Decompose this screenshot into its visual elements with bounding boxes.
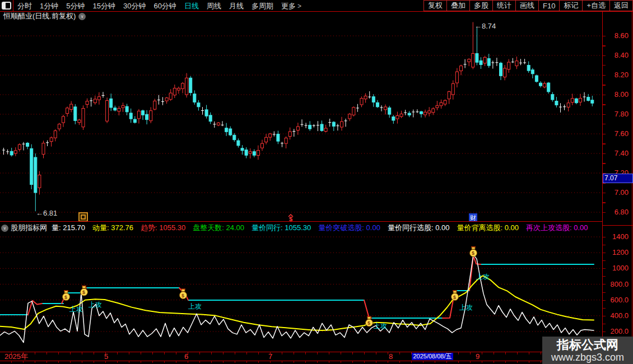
current-date-badge: 2025/08/08/五 bbox=[412, 353, 453, 360]
indicator-field: 盘整天数: 24.00 bbox=[193, 223, 244, 233]
indicator-field-value: 0.00 bbox=[574, 223, 588, 232]
main-candlestick-chart[interactable]: ←8.74←6.81$财 bbox=[0, 21, 602, 221]
indicator-field-label: 量价背离选股: bbox=[457, 223, 502, 232]
page-title: 恒顺醋业(日线.前复权) bbox=[3, 11, 76, 21]
period-menu: 分时1分钟5分钟15分钟30分钟60分钟日线周线月线多周期更多> bbox=[13, 1, 301, 11]
time-axis-ticks bbox=[0, 352, 602, 354]
price-axis-label: 7.60 bbox=[615, 130, 629, 138]
high-price-annotation: ←8.74 bbox=[474, 22, 496, 30]
price-axis: 8.608.408.208.007.807.607.407.207.006.80 bbox=[603, 21, 633, 221]
cai-marker-icon: 财 bbox=[469, 213, 477, 221]
indicator-field-label: 盘整天数: bbox=[193, 223, 224, 232]
indicator-field: 量价同行: 1055.30 bbox=[252, 223, 311, 233]
chart-title-bar: 恒顺醋业(日线.前复权) ∨ bbox=[3, 12, 86, 21]
indicator-axis-label: 1000 bbox=[612, 264, 629, 272]
indicator-field-value: 24.00 bbox=[226, 223, 245, 232]
period-tab-5[interactable]: 30分钟 bbox=[123, 1, 146, 11]
period-tab-7[interactable]: 日线 bbox=[184, 1, 199, 11]
period-tab-4[interactable]: 15分钟 bbox=[92, 1, 115, 11]
indicator-field-value: 215.70 bbox=[63, 223, 85, 232]
toolbar-button-2[interactable]: 叠加 bbox=[447, 0, 470, 11]
money-bag-glyph: $ bbox=[181, 293, 184, 298]
money-bag-glyph: $ bbox=[82, 290, 85, 295]
indicator-field-value: 0.00 bbox=[435, 223, 449, 232]
indicator-field-label: 量: bbox=[52, 223, 61, 232]
indicator-field-value: 372.76 bbox=[111, 223, 133, 232]
dollar-marker-icon: $ bbox=[288, 214, 293, 221]
top-toolbar: 分时1分钟5分钟15分钟30分钟60分钟日线周线月线多周期更多> 复权叠加多股统… bbox=[0, 0, 633, 12]
cai-marker-glyph: 财 bbox=[470, 214, 476, 221]
bottom-row-ticks bbox=[0, 361, 602, 363]
period-tab-10[interactable]: 多周期 bbox=[252, 1, 273, 11]
money-bag-icon: $ bbox=[452, 291, 459, 301]
indicator-field-value: 1055.30 bbox=[159, 223, 185, 232]
toolbar-button-6[interactable]: F10 bbox=[539, 0, 560, 11]
attack-label: 上攻 bbox=[374, 322, 387, 330]
window-layout-button[interactable] bbox=[0, 0, 13, 11]
price-axis-label: 8.60 bbox=[615, 32, 629, 40]
toolbar-button-4[interactable]: 统计 bbox=[493, 0, 516, 11]
indicator-axis-label: 400.0 bbox=[610, 312, 629, 320]
money-bag-glyph: $ bbox=[472, 250, 474, 256]
indicator-field: 再次上攻选股: 0.00 bbox=[526, 223, 588, 233]
indicator-field-value: 1055.30 bbox=[285, 223, 311, 232]
period-tab-2[interactable]: 1分钟 bbox=[40, 1, 58, 11]
period-tab-11[interactable]: 更多 bbox=[281, 1, 296, 11]
money-bag-glyph: $ bbox=[453, 295, 456, 300]
indicator-field-value: 0.00 bbox=[505, 223, 519, 232]
indicator-field: 趋势: 1055.30 bbox=[141, 223, 185, 233]
watermark-url: www.zbgs3.com bbox=[551, 352, 624, 363]
price-axis-label: 8.20 bbox=[615, 71, 629, 79]
price-axis-label: 7.80 bbox=[615, 110, 629, 118]
indicator-brand: 股朋指标网 bbox=[11, 223, 47, 233]
toolbar-button-8[interactable]: +自选 bbox=[583, 0, 610, 11]
period-tab-6[interactable]: 60分钟 bbox=[153, 1, 176, 11]
period-tab-8[interactable]: 周线 bbox=[207, 1, 221, 11]
period-tab-3[interactable]: 5分钟 bbox=[66, 1, 85, 11]
money-bag-icon: $ bbox=[470, 247, 477, 257]
period-tab-1[interactable]: 分时 bbox=[17, 1, 32, 11]
toolbar-button-5[interactable]: 画线 bbox=[516, 0, 539, 11]
toolbar-button-1[interactable]: 复权 bbox=[424, 0, 447, 11]
price-axis-label: 7.40 bbox=[615, 150, 629, 157]
title-chevron-down-icon[interactable]: ∨ bbox=[78, 13, 86, 20]
toolbar-button-9[interactable]: 返回 bbox=[610, 0, 633, 11]
period-tab-9[interactable]: 月线 bbox=[229, 1, 244, 11]
time-axis-label: 8 bbox=[389, 353, 393, 361]
time-axis-label: 5 bbox=[104, 353, 108, 361]
money-bag-glyph: $ bbox=[367, 320, 370, 326]
split-window-icon bbox=[2, 2, 11, 10]
time-axis-label: 7 bbox=[268, 353, 272, 361]
indicator-axis-label: 200.0 bbox=[610, 328, 629, 335]
attack-label: 上攻 bbox=[89, 301, 102, 309]
indicator-axis-label: 1200 bbox=[612, 249, 629, 256]
indicator-field-label: 量价同行: bbox=[252, 223, 283, 232]
indicator-field: 量价背离选股: 0.00 bbox=[457, 223, 519, 233]
time-axis-label: 6 bbox=[184, 353, 188, 361]
indicator-field-label: 量价突破选股: bbox=[318, 223, 364, 232]
time-axis-label: 2025年 bbox=[4, 353, 28, 361]
price-axis-label: 8.40 bbox=[615, 52, 629, 59]
indicator-field: 量价突破选股: 0.00 bbox=[318, 223, 380, 233]
price-axis-label: 8.00 bbox=[615, 91, 629, 99]
attack-label: 上攻 bbox=[476, 273, 490, 281]
panel-divider bbox=[0, 221, 602, 222]
indicator-chevron-down-icon[interactable]: ∨ bbox=[1, 225, 8, 232]
bottom-clipped-row bbox=[0, 361, 602, 364]
indicator-field-value: 0.00 bbox=[366, 223, 380, 232]
indicator-field: 动量: 372.76 bbox=[92, 223, 133, 233]
indicator-axis-label: 1400 bbox=[612, 233, 629, 241]
indicator-field-label: 动量: bbox=[92, 223, 109, 232]
indicator-field-label: 再次上攻选股: bbox=[526, 223, 572, 232]
hui-marker-icon bbox=[79, 213, 87, 221]
indicator-field: 量: 215.70 bbox=[52, 223, 85, 233]
indicator-chart[interactable]: $$$$$$上攻上攻上攻上攻上攻上攻 bbox=[0, 234, 602, 352]
more-chevron-icon: > bbox=[297, 2, 301, 10]
site-watermark: 指标公式网 www.zbgs3.com bbox=[542, 337, 633, 364]
watermark-title: 指标公式网 bbox=[557, 338, 618, 352]
indicator-field: 量价同行选股: 0.00 bbox=[388, 223, 450, 233]
toolbar-button-7[interactable]: 标记 bbox=[560, 0, 583, 11]
toolbar-button-3[interactable]: 多股 bbox=[470, 0, 493, 11]
price-axis-label: 6.80 bbox=[615, 208, 629, 216]
indicator-axis-label: 600.0 bbox=[610, 296, 629, 304]
